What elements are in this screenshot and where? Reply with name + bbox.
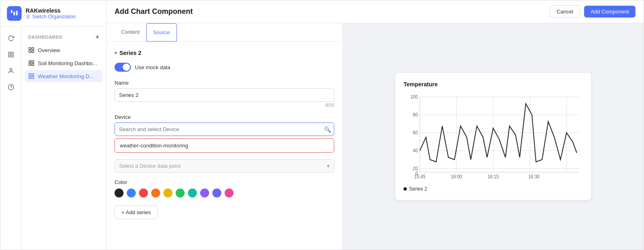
mock-data-toggle[interactable] xyxy=(115,63,131,72)
color-label: Color xyxy=(115,179,334,185)
svg-text:15:45: 15:45 xyxy=(414,174,425,180)
svg-text:80: 80 xyxy=(413,112,418,118)
chart-legend: Series 2 xyxy=(404,186,583,192)
svg-rect-20 xyxy=(29,77,31,79)
nav-icon-user[interactable] xyxy=(4,64,18,77)
chevron-down-icon: ▾ xyxy=(115,50,117,56)
chart-card: Temperature xyxy=(395,73,591,200)
chart-title: Temperature xyxy=(404,81,583,88)
svg-text:16:30: 16:30 xyxy=(528,174,539,180)
svg-text:100: 100 xyxy=(410,94,418,100)
color-indigo[interactable] xyxy=(212,189,221,197)
color-green[interactable] xyxy=(176,189,185,197)
svg-rect-16 xyxy=(29,64,31,66)
cancel-button[interactable]: Cancel xyxy=(550,5,580,18)
add-dashboard-button[interactable]: + xyxy=(95,33,99,41)
svg-rect-13 xyxy=(32,50,34,53)
tab-content[interactable]: Content xyxy=(115,23,146,41)
add-series-button[interactable]: + Add series xyxy=(115,206,158,219)
color-pink[interactable] xyxy=(225,189,234,197)
name-label: Name xyxy=(115,80,334,86)
svg-rect-14 xyxy=(29,61,31,63)
color-black[interactable] xyxy=(115,189,124,197)
color-yellow[interactable] xyxy=(163,189,172,197)
svg-rect-6 xyxy=(11,55,13,57)
nav-overview[interactable]: Overview xyxy=(25,44,103,56)
svg-rect-17 xyxy=(32,64,34,66)
svg-rect-11 xyxy=(32,48,34,50)
tab-source[interactable]: Source xyxy=(146,23,177,42)
chart-area: 100 80 60 40 20 0 15:45 16:00 16:15 16:3… xyxy=(404,92,583,182)
nav-icon-refresh[interactable] xyxy=(4,32,18,45)
color-red[interactable] xyxy=(139,189,148,197)
svg-rect-15 xyxy=(32,61,34,63)
legend-dot xyxy=(404,187,407,191)
svg-rect-19 xyxy=(32,74,34,76)
svg-text:40: 40 xyxy=(413,148,418,154)
svg-rect-10 xyxy=(29,48,31,50)
nav-weather-monitoring[interactable]: Weather Monitoring D... xyxy=(25,70,103,82)
color-picker xyxy=(115,189,334,197)
mock-data-label: Use mock data xyxy=(135,64,170,70)
nav-icon-grid[interactable] xyxy=(4,48,18,61)
search-icon: 🔍 xyxy=(324,126,331,133)
nav-soil-monitoring[interactable]: Soil Monitoring Dashbo... xyxy=(25,57,103,69)
datapoint-select[interactable]: Select a Device data point ▾ xyxy=(115,159,334,173)
chevron-down-icon: ▾ xyxy=(327,163,330,169)
brand-name: RAKwireless xyxy=(26,7,76,14)
color-teal[interactable] xyxy=(188,189,197,197)
svg-point-7 xyxy=(10,68,12,70)
chart-preview-area: Temperature xyxy=(343,23,644,250)
color-blue[interactable] xyxy=(127,189,136,197)
color-violet[interactable] xyxy=(200,189,209,197)
legend-label: Series 2 xyxy=(409,186,427,192)
svg-text:20: 20 xyxy=(413,166,418,171)
app-logo xyxy=(7,6,22,21)
dashboards-section-label: DASHBOARDS xyxy=(28,35,62,39)
color-orange[interactable] xyxy=(151,189,160,197)
svg-rect-2 xyxy=(16,11,18,15)
svg-rect-5 xyxy=(9,55,11,57)
char-count: 8/20 xyxy=(115,103,334,107)
add-component-button[interactable]: Add Component xyxy=(584,6,635,18)
name-input[interactable] xyxy=(115,88,334,102)
switch-org-link[interactable]: Switch Organization xyxy=(26,14,76,20)
nav-soil-label: Soil Monitoring Dashbo... xyxy=(38,60,97,66)
svg-text:16:15: 16:15 xyxy=(487,174,498,180)
svg-rect-3 xyxy=(9,52,11,54)
svg-text:60: 60 xyxy=(413,130,418,136)
svg-rect-1 xyxy=(13,11,15,15)
svg-rect-0 xyxy=(11,10,13,13)
device-search-input[interactable] xyxy=(115,123,334,136)
nav-overview-label: Overview xyxy=(38,47,60,53)
page-title: Add Chart Component xyxy=(115,7,193,16)
svg-rect-21 xyxy=(32,77,34,79)
device-label: Device xyxy=(115,114,334,120)
device-option-item[interactable]: weather-condition-monitoring xyxy=(115,138,334,153)
svg-rect-4 xyxy=(11,52,13,54)
datapoint-placeholder: Select a Device data point xyxy=(119,163,181,169)
series-section-title: Series 2 xyxy=(119,50,141,56)
svg-rect-18 xyxy=(29,74,31,76)
nav-weather-label: Weather Monitoring D... xyxy=(38,73,94,79)
svg-rect-12 xyxy=(29,50,31,53)
nav-icon-help[interactable] xyxy=(4,81,18,94)
svg-text:16:00: 16:00 xyxy=(451,174,462,180)
